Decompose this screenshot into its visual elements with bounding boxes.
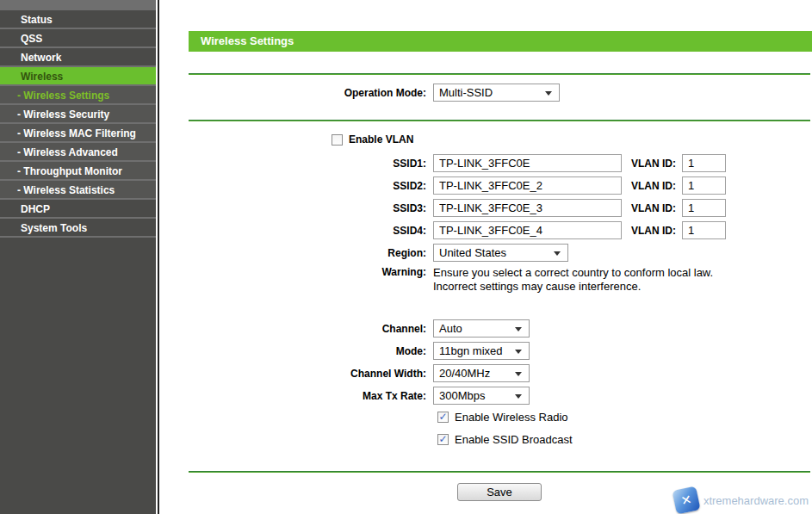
sidebar-item-wireless-settings[interactable]: - Wireless Settings xyxy=(0,86,156,105)
sidebar-item-wireless-statistics[interactable]: - Wireless Statistics xyxy=(0,181,156,200)
sidebar-item-wireless-advanced[interactable]: - Wireless Advanced xyxy=(0,143,156,162)
channel-width-label: Channel Width: xyxy=(189,368,426,380)
ssid1-input[interactable] xyxy=(433,154,622,172)
warning-text: Ensure you select a correct country to c… xyxy=(433,266,713,294)
channel-select[interactable]: Auto xyxy=(433,319,530,338)
enable-vlan-checkbox[interactable] xyxy=(332,134,343,146)
operation-mode-select[interactable]: Multi-SSID xyxy=(433,84,560,102)
check-mark-icon: ✓ xyxy=(438,412,447,423)
save-button[interactable]: Save xyxy=(457,483,542,501)
ssid3-label: SSID3: xyxy=(189,202,426,214)
ssid2-label: SSID2: xyxy=(189,180,426,192)
watermark: ✕ xtremehardware.com xyxy=(674,488,809,512)
chevron-down-icon xyxy=(554,251,561,256)
vlan-id4-label: VLAN ID: xyxy=(631,225,676,237)
mode-select[interactable]: 11bgn mixed xyxy=(433,342,530,360)
enable-vlan-label: Enable VLAN xyxy=(349,133,413,146)
sidebar-item-qss[interactable]: QSS xyxy=(0,29,156,48)
region-select[interactable]: United States xyxy=(433,244,568,262)
chevron-down-icon xyxy=(515,350,522,354)
vlan-id4-input[interactable] xyxy=(682,221,726,239)
vlan-id2-input[interactable] xyxy=(682,176,726,195)
sidebar-item-throughput-monitor[interactable]: - Throughput Monitor xyxy=(0,162,156,181)
enable-ssid-broadcast-label: Enable SSID Broadcast xyxy=(455,433,573,446)
sidebar-item-wireless[interactable]: Wireless xyxy=(0,67,156,86)
ssid4-input[interactable] xyxy=(433,221,622,239)
section-divider xyxy=(189,120,810,121)
vlan-id3-label: VLAN ID: xyxy=(631,202,676,214)
channel-width-select[interactable]: 20/40MHz xyxy=(433,364,530,382)
enable-ssid-broadcast-checkbox[interactable]: ✓ xyxy=(437,434,449,445)
vlan-id2-label: VLAN ID: xyxy=(631,180,676,192)
page-title: Wireless Settings xyxy=(189,31,812,52)
xtremehardware-logo-icon: ✕ xyxy=(672,486,700,514)
channel-value: Auto xyxy=(439,322,462,335)
max-tx-rate-select[interactable]: 300Mbps xyxy=(433,387,530,405)
section-divider xyxy=(189,471,810,473)
sidebar-item-wireless-mac-filtering[interactable]: - Wireless MAC Filtering xyxy=(0,124,156,143)
region-label: Region: xyxy=(189,247,426,259)
sidebar-item-wireless-security[interactable]: - Wireless Security xyxy=(0,105,156,124)
sidebar-top-strip xyxy=(0,0,156,10)
sidebar-item-status[interactable]: Status xyxy=(0,10,156,29)
sidebar: Status QSS Network Wireless - Wireless S… xyxy=(0,0,156,514)
vlan-id1-label: VLAN ID: xyxy=(631,158,676,170)
vlan-id3-input[interactable] xyxy=(682,199,726,217)
region-value: United States xyxy=(439,246,506,259)
check-mark-icon: ✓ xyxy=(438,434,447,445)
mode-value: 11bgn mixed xyxy=(439,344,502,357)
max-tx-rate-value: 300Mbps xyxy=(439,389,485,402)
chevron-down-icon xyxy=(515,327,522,331)
main-content: Wireless Settings Operation Mode: Multi-… xyxy=(159,0,812,514)
chevron-down-icon xyxy=(515,394,522,399)
max-tx-rate-label: Max Tx Rate: xyxy=(189,390,426,402)
ssid4-label: SSID4: xyxy=(189,225,426,237)
chevron-down-icon xyxy=(545,91,552,96)
sidebar-item-dhcp[interactable]: DHCP xyxy=(0,200,156,219)
channel-label: Channel: xyxy=(189,323,426,335)
sidebar-item-system-tools[interactable]: System Tools xyxy=(0,219,156,238)
enable-wireless-radio-label: Enable Wireless Radio xyxy=(455,411,568,424)
ssid2-input[interactable] xyxy=(433,176,622,195)
section-divider xyxy=(189,73,810,75)
operation-mode-label: Operation Mode: xyxy=(189,87,426,99)
warning-label: Warning: xyxy=(189,266,426,278)
sidebar-item-network[interactable]: Network xyxy=(0,48,156,67)
vlan-id1-input[interactable] xyxy=(682,154,726,172)
chevron-down-icon xyxy=(515,372,522,376)
watermark-text: xtremehardware.com xyxy=(704,494,809,507)
operation-mode-value: Multi-SSID xyxy=(439,86,493,99)
enable-wireless-radio-checkbox[interactable]: ✓ xyxy=(437,412,449,423)
channel-width-value: 20/40MHz xyxy=(439,367,490,380)
ssid1-label: SSID1: xyxy=(189,158,426,170)
ssid3-input[interactable] xyxy=(433,199,622,217)
mode-label: Mode: xyxy=(189,345,426,357)
